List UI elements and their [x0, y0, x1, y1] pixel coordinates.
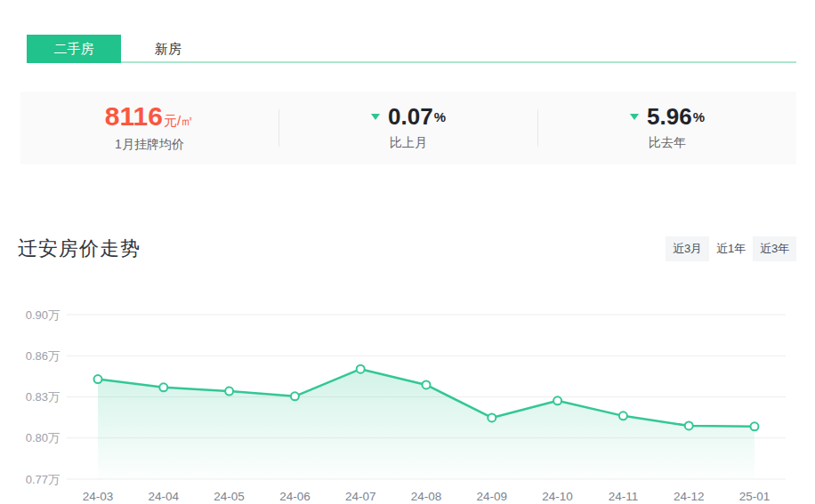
trend-line-chart-svg: 0.90万0.86万0.83万0.80万0.77万24-0324-0424-05…	[18, 300, 797, 504]
stat-average-price: 8116 元/㎡ 1月挂牌均价	[20, 103, 278, 153]
svg-text:24-05: 24-05	[214, 490, 245, 503]
svg-text:24-10: 24-10	[542, 490, 573, 503]
trend-section-title: 迁安房价走势	[18, 236, 141, 262]
stat-month-over-month: 0.07 % 比上月	[279, 105, 537, 151]
housing-type-tabs: 二手房 新房	[27, 35, 796, 63]
svg-text:0.83万: 0.83万	[26, 390, 60, 404]
yoy-value: 5.96 %	[630, 105, 705, 128]
range-button-3-months[interactable]: 近3月	[666, 236, 709, 261]
time-range-switcher: 近3月 近1年 近3年	[666, 236, 796, 261]
trend-section-header: 迁安房价走势 近3月 近1年 近3年	[18, 236, 796, 262]
svg-text:24-07: 24-07	[345, 490, 376, 503]
price-trend-chart: 0.90万0.86万0.83万0.80万0.77万24-0324-0424-05…	[18, 300, 815, 504]
mom-unit: %	[434, 109, 446, 124]
yoy-label: 比去年	[649, 135, 686, 151]
svg-text:24-08: 24-08	[411, 490, 442, 503]
average-price-value: 8116 元/㎡	[105, 103, 194, 130]
stat-year-over-year: 5.96 % 比去年	[538, 105, 796, 151]
mom-value: 0.07 %	[371, 105, 446, 128]
range-button-1-year[interactable]: 近1年	[709, 236, 753, 261]
svg-text:0.90万: 0.90万	[26, 308, 60, 322]
range-button-3-years[interactable]: 近3年	[753, 236, 796, 261]
price-stats-panel: 8116 元/㎡ 1月挂牌均价 0.07 % 比上月 5.96 % 比去年	[20, 92, 796, 164]
mom-number: 0.07	[388, 105, 433, 128]
svg-text:24-06: 24-06	[279, 490, 311, 503]
svg-text:0.80万: 0.80万	[26, 431, 60, 444]
mom-label: 比上月	[390, 135, 427, 151]
housing-price-page: 二手房 新房 8116 元/㎡ 1月挂牌均价 0.07 % 比上月 5.96	[0, 35, 815, 504]
svg-text:25-01: 25-01	[739, 490, 771, 503]
yoy-number: 5.96	[647, 105, 692, 128]
svg-text:0.86万: 0.86万	[26, 349, 60, 363]
price-number: 8116	[105, 103, 163, 130]
svg-text:24-09: 24-09	[477, 490, 508, 503]
down-triangle-icon	[630, 114, 639, 120]
tab-new-house[interactable]: 新房	[121, 35, 215, 63]
average-price-label: 1月挂牌均价	[115, 137, 184, 153]
tab-second-hand[interactable]: 二手房	[27, 35, 121, 63]
svg-text:24-04: 24-04	[149, 490, 180, 503]
down-triangle-icon	[371, 114, 380, 120]
svg-text:0.77万: 0.77万	[26, 473, 60, 486]
svg-text:24-11: 24-11	[609, 490, 639, 503]
svg-text:24-03: 24-03	[83, 490, 114, 503]
price-unit: 元/㎡	[164, 113, 194, 130]
yoy-unit: %	[693, 109, 705, 124]
svg-text:24-12: 24-12	[674, 490, 705, 503]
